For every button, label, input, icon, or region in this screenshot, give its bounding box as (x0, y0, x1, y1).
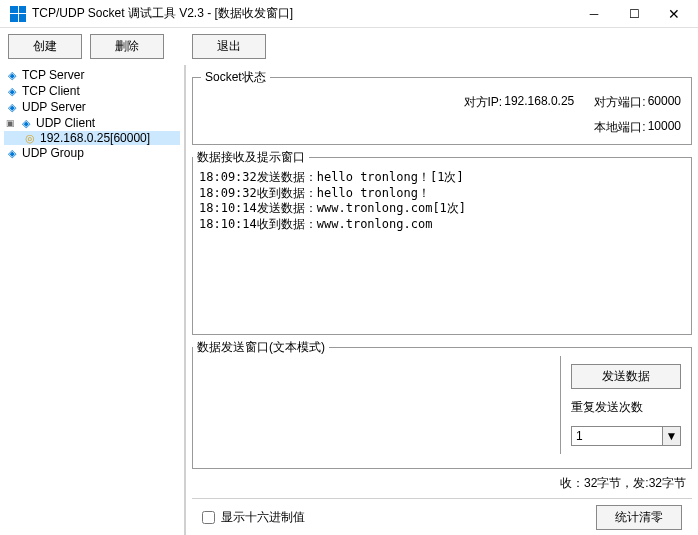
send-button[interactable]: 发送数据 (571, 364, 681, 389)
socket-status-box: Socket状态 对方IP: 192.168.0.25 对方端口: 60000 … (192, 69, 692, 145)
repeat-label: 重复发送次数 (571, 399, 681, 416)
network-icon: ◈ (6, 85, 18, 97)
tree-udp-group[interactable]: ◈ UDP Group (4, 145, 180, 161)
repeat-input[interactable] (571, 426, 663, 446)
tree-udp-server[interactable]: ◈ UDP Server (4, 99, 180, 115)
tree-tcp-client[interactable]: ◈ TCP Client (4, 83, 180, 99)
tree-label: UDP Client (36, 116, 95, 130)
tree-label: UDP Server (22, 100, 86, 114)
content-area: Socket状态 对方IP: 192.168.0.25 对方端口: 60000 … (186, 65, 698, 535)
peer-port-value: 60000 (648, 94, 681, 111)
send-controls: 发送数据 重复发送次数 ▼ (561, 356, 691, 454)
send-input[interactable] (193, 356, 561, 454)
send-legend: 数据发送窗口(文本模式) (193, 339, 329, 356)
repeat-select: ▼ (571, 426, 681, 446)
tree-label: TCP Client (22, 84, 80, 98)
main-area: ◈ TCP Server ◈ TCP Client ◈ UDP Server ▣… (0, 65, 698, 535)
network-icon: ◈ (6, 69, 18, 81)
network-icon: ◈ (6, 101, 18, 113)
recv-box: 数据接收及提示窗口 18:09:32发送数据：hello tronlong！[1… (192, 149, 692, 335)
window-controls: ─ ☐ ✕ (574, 0, 694, 28)
hex-checkbox-wrap[interactable]: 显示十六进制值 (202, 509, 305, 526)
toolbar: 创建 删除 退出 (0, 28, 698, 65)
tree-label: UDP Group (22, 146, 84, 160)
recv-legend: 数据接收及提示窗口 (193, 149, 309, 166)
exit-button[interactable]: 退出 (192, 34, 266, 59)
send-box: 数据发送窗口(文本模式) 发送数据 重复发送次数 ▼ (192, 339, 692, 469)
network-icon: ◈ (6, 147, 18, 159)
peer-port-label: 对方端口: (594, 94, 645, 111)
peer-ip-label: 对方IP: (464, 94, 503, 111)
dropdown-icon[interactable]: ▼ (663, 426, 681, 446)
window-title: TCP/UDP Socket 调试工具 V2.3 - [数据收发窗口] (32, 5, 574, 22)
maximize-button[interactable]: ☐ (614, 0, 654, 28)
recv-log[interactable]: 18:09:32发送数据：hello tronlong！[1次] 18:09:3… (193, 166, 691, 296)
tree-udp-client-endpoint[interactable]: ◎ 192.168.0.25[60000] (4, 131, 180, 145)
sidebar-tree: ◈ TCP Server ◈ TCP Client ◈ UDP Server ▣… (0, 65, 186, 535)
peer-ip-value: 192.168.0.25 (504, 94, 574, 111)
minimize-button[interactable]: ─ (574, 0, 614, 28)
tree-label: 192.168.0.25[60000] (40, 131, 150, 145)
local-port-label: 本地端口: (594, 119, 645, 136)
local-port-value: 10000 (648, 119, 681, 136)
hex-checkbox[interactable] (202, 511, 215, 524)
app-icon (10, 6, 26, 22)
network-icon: ◈ (20, 117, 32, 129)
collapse-icon[interactable]: ▣ (6, 118, 16, 128)
bottom-bar: 显示十六进制值 统计清零 (192, 498, 692, 535)
close-button[interactable]: ✕ (654, 0, 694, 28)
hex-label: 显示十六进制值 (221, 509, 305, 526)
tree-label: TCP Server (22, 68, 84, 82)
tree-udp-client[interactable]: ▣ ◈ UDP Client (4, 115, 180, 131)
tree-tcp-server[interactable]: ◈ TCP Server (4, 67, 180, 83)
stats-text: 收：32字节，发:32字节 (192, 473, 692, 494)
delete-button[interactable]: 删除 (90, 34, 164, 59)
create-button[interactable]: 创建 (8, 34, 82, 59)
target-icon: ◎ (24, 132, 36, 144)
clear-stats-button[interactable]: 统计清零 (596, 505, 682, 530)
titlebar: TCP/UDP Socket 调试工具 V2.3 - [数据收发窗口] ─ ☐ … (0, 0, 698, 28)
status-legend: Socket状态 (201, 69, 270, 86)
